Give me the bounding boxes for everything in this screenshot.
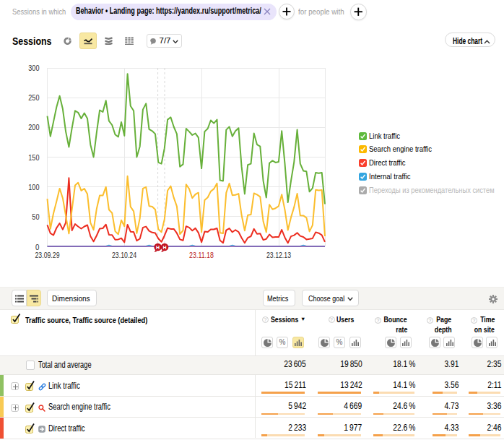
svg-text:100: 100 xyxy=(28,183,39,191)
svg-text:H: H xyxy=(156,245,160,250)
svg-text:23.12.13: 23.12.13 xyxy=(266,251,291,259)
svg-text:23.11.18: 23.11.18 xyxy=(189,251,214,259)
svg-text:150: 150 xyxy=(28,153,39,162)
svg-text:50: 50 xyxy=(32,212,39,221)
svg-text:300: 300 xyxy=(28,64,39,72)
svg-text:H: H xyxy=(162,245,166,250)
svg-text:200: 200 xyxy=(28,123,39,131)
svg-text:250: 250 xyxy=(28,93,39,102)
svg-text:23.10.24: 23.10.24 xyxy=(112,251,136,259)
svg-text:23.09.29: 23.09.29 xyxy=(35,251,60,259)
